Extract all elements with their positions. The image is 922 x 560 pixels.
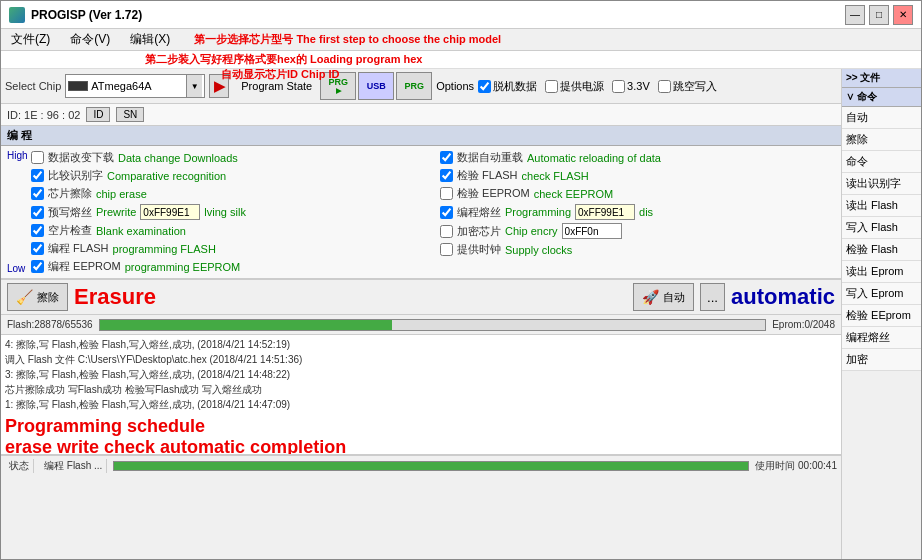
- opt-cb-2[interactable]: 提供电源: [545, 79, 604, 94]
- sidebar-auto[interactable]: 自动: [842, 107, 921, 129]
- sidebar-verify-flash[interactable]: 检验 Flash: [842, 239, 921, 261]
- cb-chip-erase-input[interactable]: [31, 187, 44, 200]
- sidebar-prog-fuse[interactable]: 编程熔丝: [842, 327, 921, 349]
- opt-checkbox-2[interactable]: [545, 80, 558, 93]
- log-line-2: 调入 Flash 文件 C:\Users\YF\Desktop\atc.hex …: [5, 352, 837, 367]
- cb-encrypt-chip[interactable]: 加密芯片 Chip encry: [440, 223, 835, 239]
- section-header: 编 程: [1, 126, 841, 146]
- log-line-4: 芯片擦除成功 写Flash成功 检验写Flash成功 写入熔丝成功: [5, 382, 837, 397]
- cb-chip-erase[interactable]: 芯片擦除 chip erase: [31, 186, 426, 201]
- right-sidebar: >> 文件 ∨ 命令 自动 擦除 命令 读出识别字 读出 Flash 写入 Fl…: [841, 69, 921, 559]
- eprom-progress-label: Eprom:0/2048: [772, 319, 835, 330]
- auto-label: 自动: [663, 290, 685, 305]
- sidebar-command-label: ∨ 命令: [846, 90, 877, 104]
- dots-label: ...: [707, 290, 718, 305]
- prog-button-2[interactable]: PRG: [396, 72, 432, 100]
- app-title: PROGISP (Ver 1.72): [31, 8, 142, 22]
- erase-button[interactable]: 🧹 擦除: [7, 283, 68, 311]
- title-bar: PROGISP (Ver 1.72) — □ ✕: [1, 1, 921, 29]
- cb-verify-flash-input[interactable]: [440, 169, 453, 182]
- cb-blank-check-input[interactable]: [31, 224, 44, 237]
- sidebar-erase[interactable]: 擦除: [842, 129, 921, 151]
- cb-prog-eeprom[interactable]: 编程 EEPROM programming EEPROM: [31, 259, 426, 274]
- cb-compare[interactable]: 比较识别字 Comparative recognition: [31, 168, 426, 183]
- opt-checkbox-1[interactable]: [478, 80, 491, 93]
- cb-prog-flash-input[interactable]: [31, 242, 44, 255]
- sidebar-write-flash[interactable]: 写入 Flash: [842, 217, 921, 239]
- id-bar: ID: 1E : 96 : 02 ID SN: [1, 104, 841, 126]
- options-checkboxes: 脱机数据 提供电源 3.3V 跳空写入: [478, 79, 717, 94]
- cb-encrypt-chip-input[interactable]: [440, 225, 453, 238]
- id-button[interactable]: ID: [86, 107, 110, 122]
- options-label: Options: [436, 80, 474, 92]
- menu-file[interactable]: 文件(Z): [5, 29, 56, 50]
- cb-supply-clock[interactable]: 提供时钟 Supply clocks: [440, 242, 835, 257]
- sidebar-cmd[interactable]: 命令: [842, 151, 921, 173]
- minimize-button[interactable]: —: [845, 5, 865, 25]
- menu-command[interactable]: 命令(V): [64, 29, 116, 50]
- main-area: Select Chip 自动显示芯片ID Chip ID ATmega64A ▼…: [1, 69, 921, 559]
- cb-prog-flash[interactable]: 编程 FLASH programming FLASH: [31, 241, 426, 256]
- cb-auto-reload[interactable]: 数据自动重载 Automatic reloading of data: [440, 150, 835, 165]
- opt-label-4: 跳空写入: [673, 79, 717, 94]
- cb-prewrite-fuse-input[interactable]: [31, 206, 44, 219]
- status-progress-bar: [113, 461, 749, 471]
- auto-button[interactable]: 🚀 自动: [633, 283, 694, 311]
- toolbar-row: Select Chip 自动显示芯片ID Chip ID ATmega64A ▼…: [1, 69, 841, 104]
- cb-verify-eeprom[interactable]: 检验 EEPROM check EEPROM: [440, 186, 835, 201]
- cb-data-change[interactable]: 数据改变下载 Data change Downloads: [31, 150, 426, 165]
- app-icon: [9, 7, 25, 23]
- sidebar-encrypt[interactable]: 加密: [842, 349, 921, 371]
- log-line-3: 3: 擦除,写 Flash,检验 Flash,写入熔丝,成功, (2018/4/…: [5, 367, 837, 382]
- left-options-col: 数据改变下载 Data change Downloads 比较识别字 Compa…: [31, 150, 426, 274]
- progress-bar-fill: [100, 320, 393, 330]
- flash-progress-label: Flash:28878/65536: [7, 319, 93, 330]
- dots-button[interactable]: ...: [700, 283, 725, 311]
- cb-prog-fuse[interactable]: 编程熔丝 Programming dis: [440, 204, 835, 220]
- prog-sub-1: ▶: [336, 87, 341, 95]
- opt-label-3: 3.3V: [627, 80, 650, 92]
- sn-button[interactable]: SN: [116, 107, 144, 122]
- sidebar-read-eprom[interactable]: 读出 Eprom: [842, 261, 921, 283]
- sidebar-write-eprom[interactable]: 写入 Eprom: [842, 283, 921, 305]
- prog-fuse-hex-input[interactable]: [575, 204, 635, 220]
- cb-prog-fuse-input[interactable]: [440, 206, 453, 219]
- opt-label-1: 脱机数据: [493, 79, 537, 94]
- cb-verify-eeprom-input[interactable]: [440, 187, 453, 200]
- window-controls: — □ ✕: [845, 5, 913, 25]
- cb-prewrite-fuse[interactable]: 预写熔丝 Prewrite lving silk: [31, 204, 426, 220]
- opt-cb-4[interactable]: 跳空写入: [658, 79, 717, 94]
- progress-bar-container: [99, 319, 767, 331]
- annotation-line2: 第二步装入写好程序格式要hex的 Loading program hex: [145, 53, 422, 65]
- chip-select[interactable]: ATmega64A ▼: [65, 74, 205, 98]
- cb-blank-check[interactable]: 空片检查 Blank examination: [31, 223, 426, 238]
- erase-write-check-text: erase write check automatic completion: [5, 437, 837, 455]
- prog-button-usb[interactable]: USB: [358, 72, 394, 100]
- cb-supply-clock-input[interactable]: [440, 243, 453, 256]
- opt-cb-1[interactable]: 脱机数据: [478, 79, 537, 94]
- high-label: High: [7, 150, 27, 161]
- sidebar-read-flash[interactable]: 读出 Flash: [842, 195, 921, 217]
- opt-cb-3[interactable]: 3.3V: [612, 80, 650, 93]
- cb-data-change-input[interactable]: [31, 151, 44, 164]
- close-button[interactable]: ✕: [893, 5, 913, 25]
- log-line-1: 4: 擦除,写 Flash,检验 Flash,写入熔丝,成功, (2018/4/…: [5, 337, 837, 352]
- sidebar-verify-eeprom[interactable]: 检验 EEprom: [842, 305, 921, 327]
- status-prog: 编程 Flash ...: [40, 459, 107, 473]
- cb-verify-flash[interactable]: 检验 FLASH check FLASH: [440, 168, 835, 183]
- chip-icon: [68, 81, 88, 91]
- cb-compare-input[interactable]: [31, 169, 44, 182]
- opt-checkbox-4[interactable]: [658, 80, 671, 93]
- cb-prog-eeprom-input[interactable]: [31, 260, 44, 273]
- encrypt-hex-input[interactable]: [562, 223, 622, 239]
- opt-checkbox-3[interactable]: [612, 80, 625, 93]
- prewrite-hex-input[interactable]: [140, 204, 200, 220]
- maximize-button[interactable]: □: [869, 5, 889, 25]
- sidebar-read-id[interactable]: 读出识别字: [842, 173, 921, 195]
- menu-edit[interactable]: 编辑(X): [124, 29, 176, 50]
- log-area[interactable]: 4: 擦除,写 Flash,检验 Flash,写入熔丝,成功, (2018/4/…: [1, 335, 841, 455]
- log-line-5: 1: 擦除,写 Flash,检验 Flash,写入熔丝,成功, (2018/4/…: [5, 397, 837, 412]
- opt-label-2: 提供电源: [560, 79, 604, 94]
- chip-dropdown-arrow[interactable]: ▼: [186, 75, 202, 97]
- cb-auto-reload-input[interactable]: [440, 151, 453, 164]
